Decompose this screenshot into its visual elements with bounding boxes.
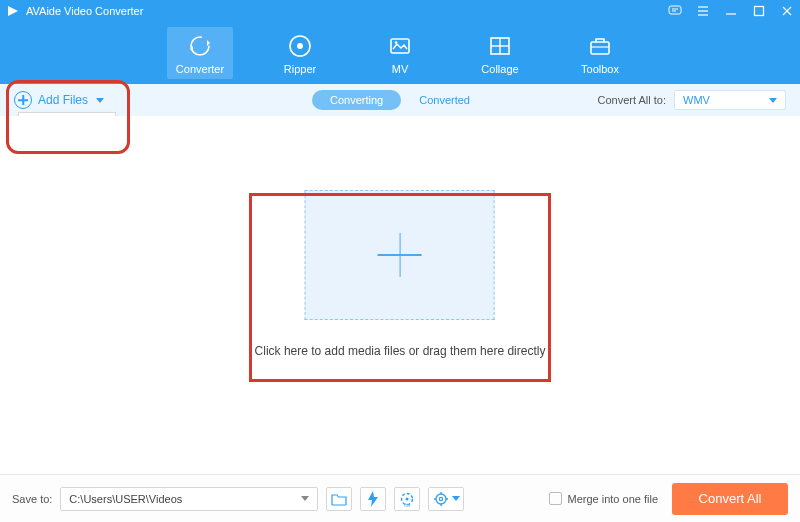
save-to-label: Save to: [12, 493, 52, 505]
status-tabs: Converting Converted [312, 90, 488, 110]
nav-ripper[interactable]: Ripper [267, 27, 333, 79]
dropzone-hint: Click here to add media files or drag th… [255, 344, 546, 358]
nav-label: Toolbox [581, 63, 619, 75]
svg-point-28 [439, 497, 442, 500]
merge-label: Merge into one file [568, 493, 659, 505]
svg-point-17 [395, 41, 398, 44]
output-format-select[interactable]: WMV [674, 90, 786, 110]
merge-checkbox[interactable]: Merge into one file [549, 492, 659, 505]
add-files-button[interactable]: Add Files [14, 91, 104, 109]
output-format-value: WMV [683, 94, 710, 106]
hardware-accel-button[interactable] [360, 487, 386, 511]
footer: Save to: C:\Users\USER\Videos ON Merge i… [0, 474, 800, 522]
chevron-down-icon [452, 496, 460, 501]
add-files-label: Add Files [38, 93, 88, 107]
mv-icon [387, 33, 413, 59]
app-window: AVAide Video Converter Converter Ripper [0, 0, 800, 522]
save-path-select[interactable]: C:\Users\USER\Videos [60, 487, 318, 511]
title-bar: AVAide Video Converter [0, 0, 800, 22]
svg-point-11 [191, 37, 209, 55]
feedback-icon[interactable] [668, 4, 682, 18]
tab-converting[interactable]: Converting [312, 90, 401, 110]
chevron-down-icon [301, 496, 309, 501]
menu-icon[interactable] [696, 4, 710, 18]
close-icon[interactable] [780, 4, 794, 18]
media-dropzone[interactable] [305, 190, 495, 320]
svg-rect-21 [591, 42, 609, 54]
app-logo-icon [6, 4, 20, 18]
convert-all-to-label: Convert All to: [598, 94, 666, 106]
convert-all-button[interactable]: Convert All [672, 483, 788, 515]
tab-converted[interactable]: Converted [401, 90, 488, 110]
maximize-icon[interactable] [752, 4, 766, 18]
high-speed-button[interactable]: ON [394, 487, 420, 511]
main-area: Click here to add media files or drag th… [0, 116, 800, 460]
chevron-down-icon [96, 98, 104, 103]
plus-circle-icon [14, 91, 32, 109]
settings-button[interactable] [428, 487, 464, 511]
toolbox-icon [587, 33, 613, 59]
nav-label: MV [392, 63, 409, 75]
collage-icon [487, 33, 513, 59]
browse-folder-button[interactable] [326, 487, 352, 511]
nav-collage[interactable]: Collage [467, 27, 533, 79]
nav-converter[interactable]: Converter [167, 27, 233, 79]
nav-label: Collage [481, 63, 518, 75]
chevron-down-icon [769, 98, 777, 103]
svg-rect-16 [391, 39, 409, 53]
toolbar: Add Files Converting Converted Convert A… [0, 84, 800, 116]
svg-point-15 [297, 43, 303, 49]
nav-toolbox[interactable]: Toolbox [567, 27, 633, 79]
svg-marker-23 [368, 491, 378, 507]
svg-text:ON: ON [404, 502, 410, 507]
svg-point-27 [436, 494, 446, 504]
minimize-icon[interactable] [724, 4, 738, 18]
svg-point-25 [406, 497, 409, 500]
svg-rect-1 [669, 6, 681, 14]
svg-marker-12 [207, 40, 210, 46]
nav-mv[interactable]: MV [367, 27, 433, 79]
nav-label: Ripper [284, 63, 316, 75]
converter-icon [187, 33, 213, 59]
checkbox-icon [549, 492, 562, 505]
save-path-value: C:\Users\USER\Videos [69, 493, 182, 505]
main-nav: Converter Ripper MV Collage Toolbox [0, 22, 800, 84]
app-title: AVAide Video Converter [26, 5, 143, 17]
svg-marker-0 [8, 6, 18, 16]
nav-label: Converter [176, 63, 224, 75]
svg-rect-8 [755, 7, 764, 16]
ripper-icon [287, 33, 313, 59]
